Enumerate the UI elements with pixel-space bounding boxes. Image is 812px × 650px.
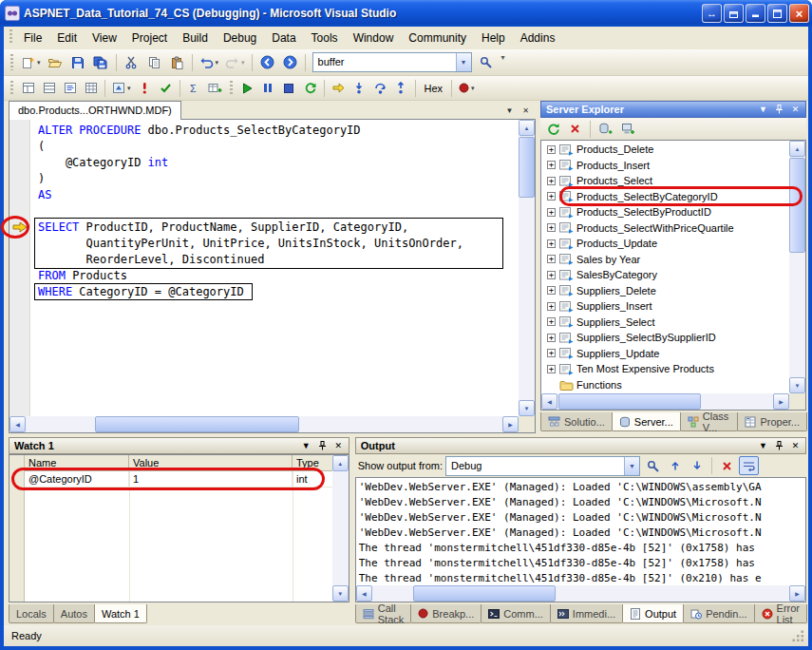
dropdown-arrow-icon[interactable]: ▼ [456,53,471,71]
tree-item-products-delete[interactable]: +Products_Delete [541,142,789,158]
scroll-right-icon[interactable]: ▶ [773,393,789,410]
editor-horizontal-scrollbar[interactable]: ◀ ▶ [9,416,519,432]
add-table-button[interactable] [205,79,225,98]
restart-button[interactable] [300,79,320,98]
window-position-icon[interactable]: ▼ [756,103,770,116]
clear-all-button[interactable] [717,456,737,475]
tab-solutio-[interactable]: Solutio... [540,412,613,431]
tab-output[interactable]: Output [622,604,684,623]
output-header[interactable]: Output ▼ ✕ [355,437,806,454]
minimize-button[interactable] [746,4,765,23]
show-sql-pane-button[interactable] [60,79,80,98]
auto-hide-pin-icon[interactable] [315,439,330,452]
menu-data[interactable]: Data [264,28,303,49]
toggle-word-wrap-button[interactable] [739,456,759,475]
hex-display-button[interactable]: Hex [420,79,448,98]
tree-item-ten-most-expensive-products[interactable]: +Ten Most Expensive Products [541,361,789,377]
tree-vertical-scrollbar[interactable]: ▲ ▼ [789,141,805,393]
menu-project[interactable]: Project [124,28,175,49]
scroll-left-icon[interactable]: ◀ [541,393,557,410]
expand-icon[interactable]: + [547,239,556,248]
tree-item-suppliers-select[interactable]: +Suppliers_Select [541,315,789,331]
column-header-type[interactable]: Type [293,455,332,470]
scroll-right-icon[interactable]: ▶ [502,416,519,432]
tab-server-[interactable]: Server... [612,412,681,431]
menu-grip[interactable] [9,29,12,45]
show-criteria-pane-button[interactable] [39,79,59,98]
add-group-by-button[interactable]: Σ [184,79,204,98]
step-into-button[interactable] [349,79,369,98]
verify-sql-button[interactable] [156,79,176,98]
close-document-icon[interactable]: ✕ [519,104,533,117]
menu-addins[interactable]: Addins [513,28,563,49]
expand-icon[interactable]: + [547,317,556,326]
tree-item-products-update[interactable]: +Products_Update [541,236,789,252]
connect-to-server-button[interactable] [617,120,637,139]
tab-watch-1[interactable]: Watch 1 [94,604,147,623]
close-button[interactable]: × [789,4,809,23]
menu-help[interactable]: Help [474,28,513,49]
tab-pendin-[interactable]: Pendin... [683,604,754,623]
scroll-left-icon[interactable]: ◀ [9,416,26,432]
copy-button[interactable] [143,52,165,73]
column-header-name[interactable]: Name [25,455,129,470]
tree-horizontal-scrollbar[interactable]: ◀ ▶ [541,393,789,410]
tree-item-products-selectwithpricequartile[interactable]: +Products_SelectWithPriceQuartile [541,220,789,237]
watch-vertical-scrollbar[interactable]: ▲ ▼ [332,455,349,602]
next-message-button[interactable] [687,456,707,475]
app-icon[interactable] [5,6,20,21]
dropdown-arrow-icon[interactable]: ▼ [624,457,639,475]
break-all-button[interactable] [258,79,278,98]
scroll-up-icon[interactable]: ▲ [332,455,349,471]
show-diagram-pane-button[interactable] [18,79,38,98]
scrollbar-thumb[interactable] [95,416,299,432]
scroll-left-icon[interactable]: ◀ [356,585,372,602]
scroll-down-icon[interactable]: ▼ [332,585,349,602]
continue-button[interactable] [237,79,257,98]
expand-icon[interactable]: + [547,177,556,185]
stop-debugging-button[interactable] [279,79,299,98]
document-list-dropdown-icon[interactable]: ▼ [502,104,517,117]
expand-icon[interactable]: + [547,192,556,201]
close-panel-icon[interactable]: ✕ [788,439,803,452]
resize-grip[interactable] [792,630,804,642]
expand-icon[interactable]: + [547,334,556,342]
tree-item-sales-by-year[interactable]: +Sales by Year [541,252,789,268]
auto-hide-pin-icon[interactable] [772,103,786,116]
find-message-button[interactable] [643,456,663,475]
step-over-button[interactable] [370,79,390,98]
dock-button[interactable]: ↔ [702,4,722,23]
tab-autos[interactable]: Autos [53,604,95,623]
step-out-button[interactable] [391,79,411,98]
menu-debug[interactable]: Debug [216,28,264,49]
tab-breakp-[interactable]: Breakp... [410,604,482,623]
window-position-icon[interactable]: ▼ [756,439,770,452]
save-button[interactable] [67,52,89,73]
tab-locals[interactable]: Locals [9,604,54,623]
tab-proper-[interactable]: Proper... [737,412,807,431]
open-file-button[interactable] [45,52,66,73]
change-type-button[interactable]: ▾ [109,79,134,98]
watch-header[interactable]: Watch 1 ▼ ✕ [9,437,349,454]
expand-icon[interactable]: + [547,223,556,232]
navigate-backward-button[interactable] [256,52,278,73]
scrollbar-thumb[interactable] [519,137,535,198]
tab-call-stack[interactable]: Call Stack [355,604,412,623]
scroll-down-icon[interactable]: ▼ [789,377,805,393]
close-panel-icon[interactable]: ✕ [331,439,346,452]
toolbar-grip[interactable] [10,54,13,70]
scroll-down-icon[interactable]: ▼ [519,400,535,416]
tab-immedi-[interactable]: Immedi... [550,604,623,623]
float-button[interactable] [724,4,744,23]
title-bar[interactable]: ASPNET_Data_Tutorial_74_CS (Debugging) -… [0,0,812,27]
output-source-combo[interactable]: Debug ▼ [445,456,640,476]
expand-icon[interactable]: + [547,255,556,263]
tree-item-suppliers-delete[interactable]: +Suppliers_Delete [541,283,789,299]
cut-button[interactable] [121,52,142,73]
redo-button[interactable]: ▾ [222,52,248,73]
find-in-files-button[interactable] [476,52,498,73]
document-tab[interactable]: dbo.Products...ORTHWND.MDF) [9,101,181,120]
expand-icon[interactable]: + [547,365,556,373]
previous-message-button[interactable] [665,456,685,475]
watch-row[interactable]: @CategoryID1int [25,471,332,488]
